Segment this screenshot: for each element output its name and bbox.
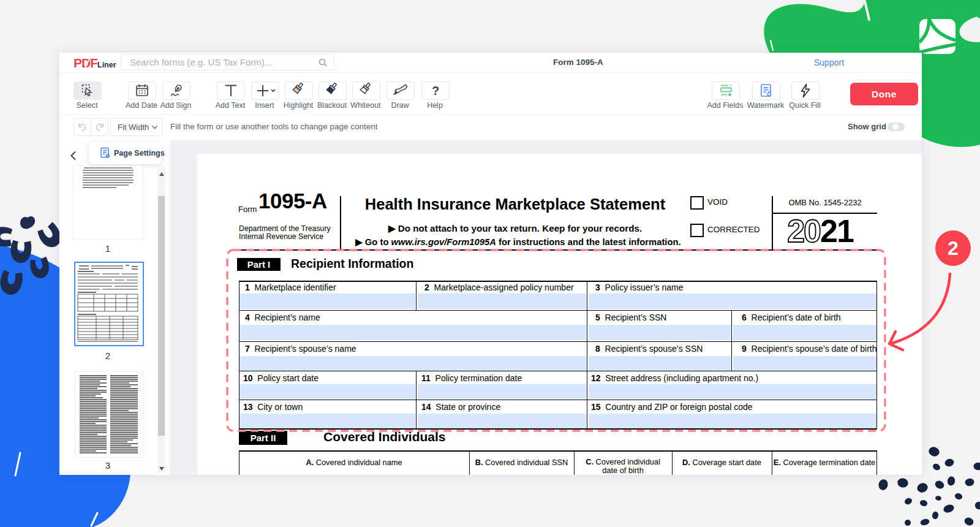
svg-text:2: 2 <box>948 237 959 259</box>
